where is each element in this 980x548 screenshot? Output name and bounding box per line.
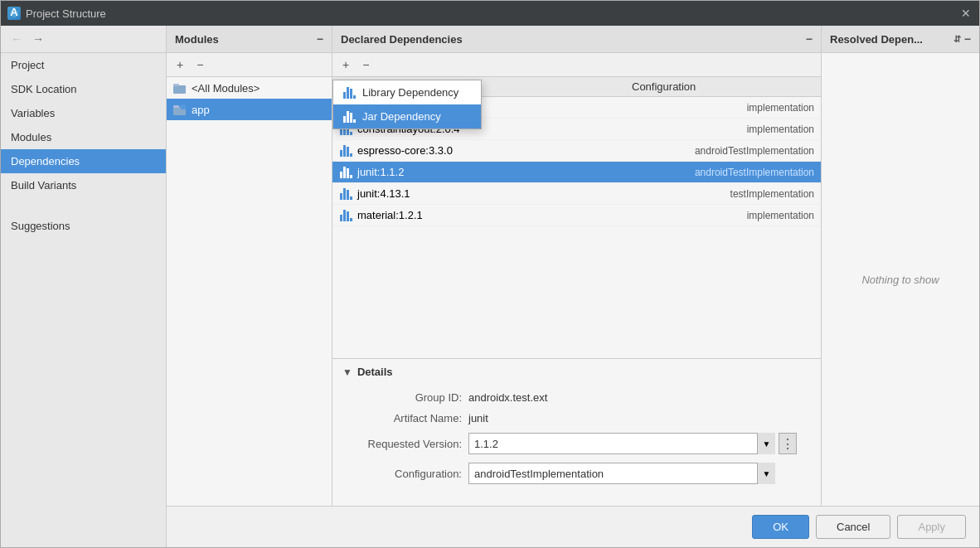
artifact-label: Artifact Name: [346, 412, 462, 424]
dep-icon-junit112 [339, 167, 352, 178]
add-dependency-dropdown: Library Dependency Jar Dependency [332, 80, 482, 129]
deps-header: Declared Dependencies − [332, 26, 821, 53]
library-dep-label: Library Dependency [362, 86, 458, 99]
back-arrow[interactable]: ← [7, 31, 26, 47]
nothing-to-show: Nothing to show [822, 53, 979, 506]
sidebar-item-variables[interactable]: Variables [1, 101, 166, 125]
app-module-icon [173, 103, 187, 116]
deps-panel: Declared Dependencies − + − [332, 26, 822, 506]
version-more-button[interactable]: ⋮ [779, 433, 797, 454]
dep-row-junit413[interactable]: junit:4.13.1 testImplementation [332, 183, 821, 205]
modules-title: Modules [175, 33, 219, 46]
dep-row-espresso[interactable]: espresso-core:3.3.0 androidTestImplement… [332, 140, 821, 162]
library-dep-icon [343, 87, 356, 99]
nav-arrows: ← → [1, 26, 166, 53]
dep-config-material: implementation [747, 210, 814, 221]
resolved-minimize[interactable]: − [964, 32, 971, 46]
deps-col-config-header: Configuration [632, 80, 814, 93]
details-title: Details [357, 366, 393, 378]
sidebar: ← → Project SDK Location Variables Modul… [1, 26, 167, 547]
version-row: Requested Version: 1.1.2 1.1.1 1.1.0 1.0… [346, 433, 808, 454]
group-id-label: Group ID: [346, 391, 462, 404]
sidebar-item-suggestions[interactable]: Suggestions [1, 214, 166, 238]
cancel-button[interactable]: Cancel [816, 515, 890, 539]
modules-toolbar: + − [167, 53, 332, 77]
svg-text:A: A [10, 7, 18, 18]
deps-title: Declared Dependencies [341, 33, 463, 46]
dep-name-junit112: junit:1.1.2 [357, 166, 690, 178]
modules-remove-button[interactable]: − [192, 56, 208, 73]
project-structure-dialog: A Project Structure ✕ ← → Project SDK Lo… [0, 0, 980, 548]
ok-button[interactable]: OK [752, 515, 809, 539]
artifact-row: Artifact Name: junit [346, 412, 808, 424]
modules-add-button[interactable]: + [172, 56, 188, 73]
close-button[interactable]: ✕ [959, 7, 973, 20]
svg-rect-3 [173, 84, 179, 86]
details-header[interactable]: ▼ Details [332, 359, 821, 385]
module-item-all[interactable]: <All Modules> [167, 77, 332, 99]
window-title: Project Structure [26, 7, 959, 20]
app-icon: A [7, 7, 21, 20]
sidebar-item-sdk-location[interactable]: SDK Location [1, 77, 166, 101]
bottom-bar: OK Cancel Apply [167, 506, 979, 547]
resolved-title: Resolved Depen... [830, 33, 950, 46]
details-body: Group ID: androidx.test.ext Artifact Nam… [332, 385, 821, 506]
all-modules-label: <All Modules> [192, 82, 260, 95]
modules-panel: Modules − + − <All [167, 26, 332, 506]
dep-icon-espresso [339, 145, 352, 157]
app-label: app [192, 104, 210, 116]
jar-dep-icon [343, 111, 356, 123]
dep-icon-junit413 [339, 188, 352, 200]
config-row: Configuration: androidTestImplementation… [346, 463, 808, 484]
dep-config-constraintlayout: implementation [747, 124, 814, 135]
dep-name-espresso: espresso-core:3.3.0 [357, 144, 690, 157]
config-label: Configuration: [346, 468, 462, 480]
panels-row: Modules − + − <All [167, 26, 979, 506]
deps-toolbar: + − [332, 53, 821, 77]
sidebar-item-build-variants[interactable]: Build Variants [1, 173, 166, 197]
dep-config-appcompat: implementation [747, 102, 814, 114]
details-chevron-icon: ▼ [342, 366, 352, 378]
config-select[interactable]: androidTestImplementation implementation… [468, 463, 775, 484]
svg-rect-6 [181, 104, 186, 109]
deps-remove-button[interactable]: − [357, 56, 374, 73]
artifact-value: junit [468, 412, 488, 424]
sidebar-item-modules[interactable]: Modules [1, 125, 166, 149]
deps-add-button[interactable]: + [337, 56, 354, 73]
forward-arrow[interactable]: → [29, 31, 47, 47]
modules-header: Modules − [167, 26, 332, 53]
module-item-app[interactable]: app [167, 99, 332, 120]
main-panel: Modules − + − <All [167, 26, 979, 547]
dep-config-junit112: androidTestImplementation [695, 167, 814, 178]
dep-name-material: material:1.2.1 [357, 209, 742, 221]
config-select-wrapper: androidTestImplementation implementation… [468, 463, 775, 484]
version-input-row: 1.1.2 1.1.1 1.1.0 1.0.0 ▼ ⋮ [468, 433, 797, 454]
sidebar-item-dependencies[interactable]: Dependencies [1, 149, 166, 173]
dep-row-junit112[interactable]: junit:1.1.2 androidTestImplementation [332, 162, 821, 183]
content-area: ← → Project SDK Location Variables Modul… [1, 26, 979, 547]
group-id-value: androidx.test.ext [468, 391, 547, 404]
all-modules-icon [173, 81, 187, 95]
dep-config-espresso: androidTestImplementation [695, 145, 814, 157]
group-id-row: Group ID: androidx.test.ext [346, 391, 808, 404]
resolved-header: Resolved Depen... ⇵ − [822, 26, 979, 53]
modules-minimize[interactable]: − [317, 32, 323, 46]
deps-list: appcompat:1.2.0 implementation constrain… [332, 97, 821, 358]
dep-name-junit413: junit:4.13.1 [357, 187, 725, 200]
resolved-panel: Resolved Depen... ⇵ − Nothing to show [822, 26, 979, 506]
version-label: Requested Version: [346, 438, 462, 450]
apply-button[interactable]: Apply [897, 515, 966, 539]
dep-row-material[interactable]: material:1.2.1 implementation [332, 205, 821, 226]
dep-config-junit413: testImplementation [730, 188, 814, 200]
jar-dependency-option[interactable]: Jar Dependency [333, 104, 481, 129]
library-dependency-option[interactable]: Library Dependency [333, 80, 481, 104]
jar-dep-label: Jar Dependency [362, 110, 441, 123]
svg-rect-2 [173, 85, 186, 94]
version-select[interactable]: 1.1.2 1.1.1 1.1.0 1.0.0 [468, 433, 775, 454]
svg-rect-5 [173, 105, 179, 108]
sort-icon[interactable]: ⇵ [953, 34, 961, 45]
version-select-wrapper: 1.1.2 1.1.1 1.1.0 1.0.0 ▼ [468, 433, 775, 454]
deps-minimize[interactable]: − [806, 32, 813, 46]
sidebar-item-project[interactable]: Project [1, 53, 166, 77]
details-section: ▼ Details Group ID: androidx.test.ext Ar… [332, 358, 821, 506]
